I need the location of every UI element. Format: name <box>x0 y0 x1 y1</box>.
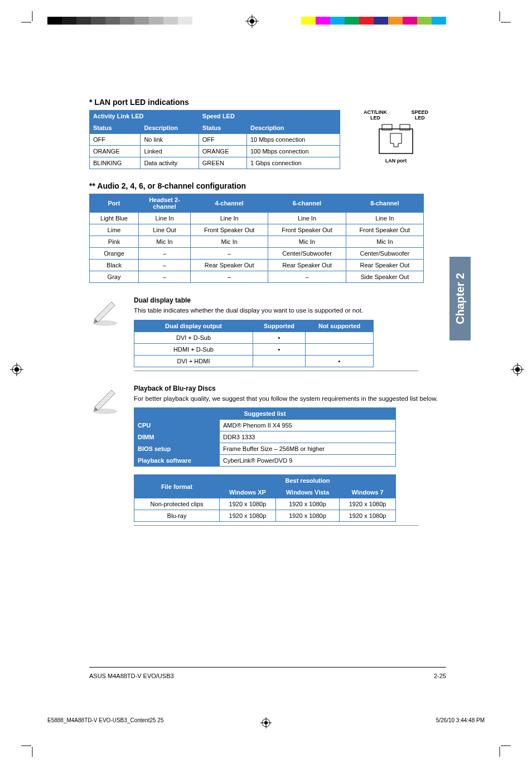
dual-display-table: Dual display output Supported Not suppor… <box>134 320 374 367</box>
printer-timestamp: 5/26/10 3:44:48 PM <box>436 717 485 723</box>
registration-mark-icon <box>260 717 272 729</box>
table-header: Status <box>90 122 141 134</box>
table-row: Light BlueLine InLine InLine InLine In <box>90 213 424 224</box>
table-row: ORANGELinkedORANGE100 Mbps connection <box>90 146 340 157</box>
table-header: Activity Link LED <box>90 111 199 122</box>
table-row: OFFNo linkOFF10 Mbps connection <box>90 134 340 146</box>
note-title: Playback of Blu-ray Discs <box>134 385 446 392</box>
note-pencil-icon <box>89 385 123 526</box>
printer-file: E5888_M4A88TD-V EVO-USB3_Content25 25 <box>47 717 163 723</box>
table-header: Description <box>247 122 340 134</box>
chapter-tab: Chapter 2 <box>449 257 471 340</box>
table-row: PinkMic InMic InMic InMic In <box>90 236 424 248</box>
table-row: Orange––Center/SubwooferCenter/Subwoofer <box>90 248 424 260</box>
note-pencil-icon <box>89 296 123 371</box>
grayscale-swatches <box>47 17 192 25</box>
note-text: For better playback quality, we suggest … <box>134 395 446 404</box>
lan-led-table: Activity Link LED Speed LED Status Descr… <box>89 110 340 169</box>
suggested-list-table: Suggested list CPUAMD® Phenom II X4 955 … <box>134 407 396 467</box>
note-title: Dual display table <box>134 296 446 304</box>
footer-model: ASUS M4A88TD-V EVO/USB3 <box>89 673 174 679</box>
table-row: Black–Rear Speaker OutRear Speaker OutRe… <box>90 260 424 271</box>
table-row: BIOS setupFrame Buffer Size – 256MB or h… <box>134 443 396 455</box>
printer-footer: E5888_M4A88TD-V EVO-USB3_Content25 25 5/… <box>47 717 485 723</box>
table-row: Gray–––Side Speaker Out <box>90 271 424 283</box>
page-content: * LAN port LED indications Activity Link… <box>89 98 446 526</box>
table-row: DVI + HDMI• <box>134 355 374 367</box>
table-row: Non-protected clips1920 x 1080p1920 x 10… <box>134 498 396 510</box>
table-header: Description <box>141 122 199 134</box>
resolution-table: File format Best resolution Windows XP W… <box>134 474 396 522</box>
registration-mark-icon <box>245 15 257 26</box>
svg-rect-20 <box>379 129 413 153</box>
lan-port-icon <box>374 122 418 156</box>
table-row: BLINKINGData activityGREEN1 Gbps connect… <box>90 157 340 169</box>
lan-port-diagram: ACT/LINKLED SPEEDLED LAN port <box>357 110 435 164</box>
print-registration-bar <box>0 17 532 25</box>
table-row: DVI + D-Sub• <box>134 332 374 343</box>
color-swatches <box>301 17 446 25</box>
footer-page-number: 2-25 <box>434 673 446 679</box>
table-row: HDMI + D-Sub• <box>134 343 374 355</box>
table-row: LimeLine OutFront Speaker OutFront Speak… <box>90 224 424 236</box>
footer-rule <box>89 667 446 668</box>
audio-config-table: Port Headset 2-channel 4-channel 6-chann… <box>89 194 424 283</box>
table-row: CPUAMD® Phenom II X4 955 <box>134 420 396 431</box>
table-header: Status <box>199 122 246 134</box>
table-row: Blu-ray1920 x 1080p1920 x 1080p1920 x 10… <box>134 510 396 522</box>
table-header: Speed LED <box>199 111 340 122</box>
note-text: This table indicates whether the dual di… <box>134 306 446 315</box>
table-row: Playback softwareCyberLink® PowerDVD 9 <box>134 455 396 467</box>
registration-mark-icon <box>511 363 522 374</box>
registration-mark-icon <box>10 363 21 374</box>
page-footer: ASUS M4A88TD-V EVO/USB3 2-25 <box>89 673 446 679</box>
table-row: DIMMDDR3 1333 <box>134 431 396 443</box>
lan-section-title: * LAN port LED indications <box>89 98 446 107</box>
audio-section-title: ** Audio 2, 4, 6, or 8-channel configura… <box>89 181 446 190</box>
